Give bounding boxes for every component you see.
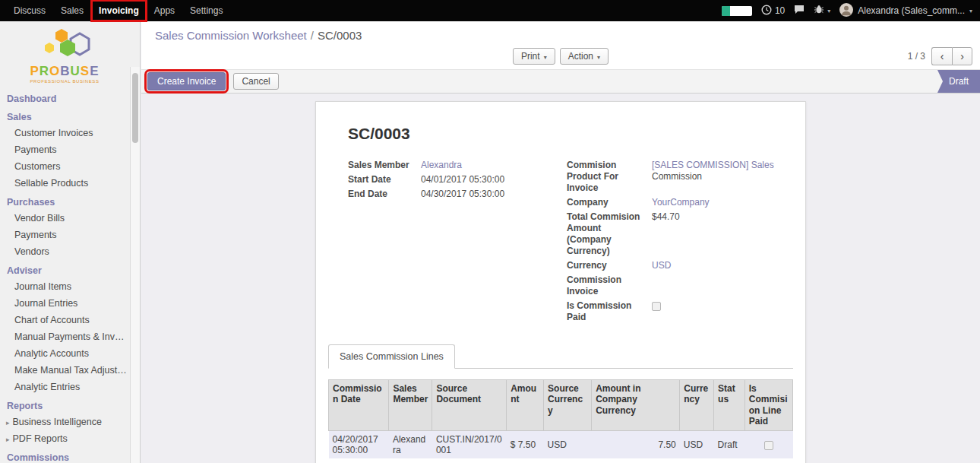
sidebar-item-journal-entries[interactable]: Journal Entries bbox=[0, 295, 129, 312]
activities-button[interactable]: 10 bbox=[761, 5, 785, 17]
cell-status: Draft bbox=[714, 458, 745, 463]
sidebar-item-label: Journal Items bbox=[14, 281, 71, 292]
caret-down-icon: ▾ bbox=[544, 54, 547, 61]
sidebar-item-label: Journal Entries bbox=[14, 298, 77, 309]
field-value[interactable]: Alexandra bbox=[421, 160, 462, 171]
topbar-menu-invoicing[interactable]: Invoicing bbox=[91, 0, 147, 21]
field-label: End Date bbox=[348, 189, 421, 200]
field-value[interactable]: USD bbox=[652, 260, 671, 271]
sidebar-item-customers[interactable]: Customers bbox=[0, 158, 129, 175]
table-row[interactable]: 04/20/2017 05:30:00AlexandraINV/2017/000… bbox=[329, 458, 793, 463]
topbar-menu-apps[interactable]: Apps bbox=[147, 0, 182, 21]
field-group-left: Sales MemberAlexandraStart Date04/01/201… bbox=[348, 160, 567, 326]
status-badge: Draft bbox=[937, 70, 980, 93]
col-source-currency[interactable]: Source Currency bbox=[544, 380, 592, 431]
col-currency[interactable]: Currency bbox=[680, 380, 714, 431]
field-value: 04/01/2017 05:30:00 bbox=[421, 174, 504, 186]
table-head: Commission DateSales MemberSource Docume… bbox=[329, 380, 793, 431]
field-commision-product-for-invoice: Commision Product For Invoice[SALES COMM… bbox=[567, 160, 789, 194]
cell-amount: $ 7.50 bbox=[507, 430, 544, 458]
sidebar-nav: DashboardSalesCustomer InvoicesPaymentsC… bbox=[0, 87, 140, 463]
sidebar-item-journal-items[interactable]: Journal Items bbox=[0, 278, 129, 295]
col-commission-date[interactable]: Commission Date bbox=[329, 380, 389, 431]
field-is-commission-paid: Is Commission Paid bbox=[567, 300, 789, 323]
sidebar-item-manual-payments-invoice[interactable]: Manual Payments & Invoice... bbox=[0, 328, 129, 345]
messages-button[interactable] bbox=[794, 5, 805, 17]
field-value[interactable]: [SALES COMMISSION] SalesCommission bbox=[652, 160, 774, 182]
field-value-text: 04/30/2017 05:30:00 bbox=[421, 189, 504, 199]
sidebar-item-analytic-accounts[interactable]: Analytic Accounts bbox=[0, 345, 129, 362]
tab-sales-commission-lines[interactable]: Sales Commission Lines bbox=[328, 344, 455, 369]
sidebar-section-purchases[interactable]: Purchases bbox=[0, 192, 129, 210]
cell-doc: INV/2017/0004-SO008 bbox=[432, 458, 507, 463]
topbar-menu-sales[interactable]: Sales bbox=[53, 0, 91, 21]
form-view: SC/0003 Sales MemberAlexandraStart Date0… bbox=[141, 94, 980, 463]
app-logo[interactable]: PROBUSE PROFESSIONAL BUSINESS bbox=[0, 21, 140, 87]
sidebar-item-label: PDF Reports bbox=[13, 433, 68, 444]
sidebar-item-payments[interactable]: Payments bbox=[0, 141, 129, 158]
field-label: Company bbox=[567, 197, 652, 208]
field-group-right: Commision Product For Invoice[SALES COMM… bbox=[567, 160, 789, 326]
field-value-link[interactable]: YourCompany bbox=[652, 197, 710, 208]
col-amount[interactable]: Amount bbox=[507, 380, 544, 431]
avatar bbox=[839, 3, 853, 19]
sidebar-item-payments[interactable]: Payments bbox=[0, 227, 129, 243]
field-value-link[interactable]: USD bbox=[652, 260, 671, 271]
field-value-link[interactable]: Alexandra bbox=[421, 160, 462, 170]
debug-menu-button[interactable]: ▾ bbox=[814, 5, 830, 17]
breadcrumb-parent[interactable]: Sales Commission Worksheet bbox=[155, 29, 307, 42]
cell-line-paid bbox=[744, 430, 792, 458]
field-value[interactable]: YourCompany bbox=[652, 197, 710, 208]
sidebar-item-analytic-entries[interactable]: Analytic Entries bbox=[0, 379, 129, 395]
topbar-menu-discuss[interactable]: Discuss bbox=[6, 0, 53, 21]
sidebar-section-dashboard[interactable]: Dashboard bbox=[0, 88, 129, 106]
sidebar-section-adviser[interactable]: Adviser bbox=[0, 260, 129, 278]
sidebar-section-sales[interactable]: Sales bbox=[0, 106, 129, 125]
pager-next-button[interactable]: › bbox=[952, 47, 972, 65]
checkbox-unchecked bbox=[764, 441, 773, 450]
cancel-button[interactable]: Cancel bbox=[233, 73, 278, 90]
sidebar-item-sellable-products[interactable]: Sellable Products bbox=[0, 175, 129, 192]
sidebar-section-reports[interactable]: Reports bbox=[0, 395, 129, 414]
field-groups: Sales MemberAlexandraStart Date04/01/201… bbox=[348, 160, 789, 326]
col-status[interactable]: Status bbox=[714, 380, 745, 431]
sidebar-scrollbar[interactable] bbox=[130, 67, 140, 463]
field-value-line2: Commission bbox=[652, 171, 774, 182]
commission-lines-table: Commission DateSales MemberSource Docume… bbox=[328, 379, 793, 463]
sidebar-item-make-manual-tax-adjustme[interactable]: Make Manual Tax Adjustme... bbox=[0, 362, 129, 379]
col-source-document[interactable]: Source Document bbox=[432, 380, 507, 431]
clock-icon bbox=[761, 5, 772, 17]
col-is-commision-line-paid[interactable]: Is Commision Line Paid bbox=[744, 380, 792, 431]
create-invoice-button[interactable]: Create Invoice bbox=[147, 72, 226, 90]
sidebar-scrollbar-thumb[interactable] bbox=[132, 73, 138, 143]
statusbar: Create Invoice Cancel Draft bbox=[141, 69, 980, 94]
cell-date: 04/20/2017 05:30:00 bbox=[329, 430, 389, 458]
expand-arrow-icon: ▸ bbox=[6, 419, 10, 427]
sidebar-item-chart-of-accounts[interactable]: Chart of Accounts bbox=[0, 312, 129, 328]
pager-prev-button[interactable]: ‹ bbox=[931, 47, 952, 65]
topbar-menu-settings[interactable]: Settings bbox=[182, 0, 230, 21]
col-amount-in-company-currency[interactable]: Amount in Company Currency bbox=[592, 380, 680, 431]
field-value-link[interactable]: [SALES COMMISSION] Sales bbox=[652, 160, 774, 170]
sidebar-section-commissions[interactable]: Commissions bbox=[0, 447, 129, 463]
sidebar-item-label: Analytic Entries bbox=[14, 382, 80, 392]
sidebar-item-vendors[interactable]: Vendors bbox=[0, 243, 129, 260]
col-sales-member[interactable]: Sales Member bbox=[389, 380, 432, 431]
sidebar-item-label: Sellable Products bbox=[14, 178, 88, 189]
sidebar-item-customer-invoices[interactable]: Customer Invoices bbox=[0, 125, 129, 141]
action-button[interactable]: Action▾ bbox=[560, 48, 609, 65]
cell-member: Alexandra bbox=[389, 430, 432, 458]
user-menu[interactable]: Alexandra (Sales_comm... ▾ bbox=[839, 3, 972, 19]
print-button[interactable]: Print▾ bbox=[513, 48, 555, 65]
table-row[interactable]: 04/20/2017 05:30:00AlexandraCUST.IN/2017… bbox=[329, 430, 793, 458]
cell-amount: $ 18.60 bbox=[507, 458, 544, 463]
sidebar-item-business-intelligence[interactable]: ▸Business Intelligence bbox=[0, 414, 129, 430]
breadcrumb-current: SC/0003 bbox=[318, 29, 362, 42]
sidebar-item-vendor-bills[interactable]: Vendor Bills bbox=[0, 210, 129, 227]
field-label: Currency bbox=[567, 260, 652, 271]
field-currency: CurrencyUSD bbox=[567, 260, 789, 271]
sidebar-item-label: Customer Invoices bbox=[14, 128, 93, 138]
field-value bbox=[652, 300, 661, 312]
sidebar-item-pdf-reports[interactable]: ▸PDF Reports bbox=[0, 430, 129, 447]
activities-count: 10 bbox=[775, 5, 785, 16]
